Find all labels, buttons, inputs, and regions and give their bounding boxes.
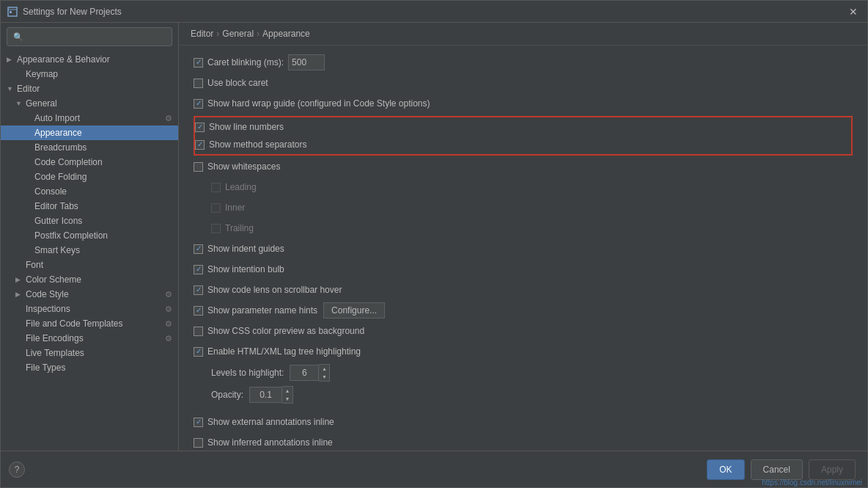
sidebar-item-editor-tabs[interactable]: Editor Tabs xyxy=(1,199,178,214)
sidebar-label: File and Code Templates xyxy=(26,318,123,329)
spinner-down[interactable]: ▼ xyxy=(319,373,329,381)
sidebar-item-color-scheme[interactable]: ▶ Color Scheme xyxy=(1,272,178,287)
spinner-up[interactable]: ▲ xyxy=(282,387,293,395)
sidebar-item-live-templates[interactable]: Live Templates xyxy=(1,346,178,360)
trailing-checkbox[interactable] xyxy=(211,224,221,233)
inner-label[interactable]: Inner xyxy=(211,203,245,213)
help-button[interactable]: ? xyxy=(9,462,25,478)
leading-checkbox[interactable] xyxy=(211,183,221,192)
enable-html-tag-row: Enable HTML/XML tag tree highlighting xyxy=(194,343,853,360)
opacity-label: Opacity: xyxy=(211,390,243,400)
show-css-color-checkbox[interactable] xyxy=(194,327,203,336)
sidebar-label: Breadcrumbs xyxy=(34,142,87,153)
opacity-spinner[interactable]: ▲ ▼ xyxy=(249,386,293,404)
enable-html-tag-text: Enable HTML/XML tag tree highlighting xyxy=(207,346,361,357)
sidebar-item-keymap[interactable]: Keymap xyxy=(1,67,178,81)
inner-text: Inner xyxy=(225,203,245,213)
sidebar-item-postfix-completion[interactable]: Postfix Completion xyxy=(1,228,178,243)
caret-blinking-checkbox-label[interactable]: Caret blinking (ms): xyxy=(194,57,284,68)
sidebar-item-smart-keys[interactable]: Smart Keys xyxy=(1,243,178,258)
trailing-label[interactable]: Trailing xyxy=(211,223,254,233)
cancel-button[interactable]: Cancel xyxy=(751,459,803,480)
show-hard-wrap-checkbox[interactable] xyxy=(194,99,203,109)
gear-icon: ⚙ xyxy=(165,334,172,343)
sidebar-item-appearance-behavior[interactable]: ▶ Appearance & Behavior xyxy=(1,52,178,67)
use-block-caret-text: Use block caret xyxy=(207,78,268,88)
sidebar-item-general[interactable]: ▼ General xyxy=(1,96,178,111)
use-block-caret-label[interactable]: Use block caret xyxy=(194,78,268,88)
show-hard-wrap-label[interactable]: Show hard wrap guide (configured in Code… xyxy=(194,98,430,109)
sidebar-item-code-completion[interactable]: Code Completion xyxy=(1,155,178,170)
show-method-separators-checkbox[interactable] xyxy=(195,140,205,150)
sidebar-item-auto-import[interactable]: Auto Import ⚙ xyxy=(1,111,178,125)
spinner-up[interactable]: ▲ xyxy=(319,365,329,373)
trailing-row: Trailing xyxy=(211,220,853,236)
sidebar-item-inspections[interactable]: Inspections ⚙ xyxy=(1,302,178,316)
configure-button[interactable]: Configure... xyxy=(323,302,385,318)
show-whitespaces-checkbox[interactable] xyxy=(194,162,203,172)
show-parameter-hints-checkbox[interactable] xyxy=(194,306,203,316)
levels-input[interactable] xyxy=(290,365,319,381)
sidebar-item-file-encodings[interactable]: File Encodings ⚙ xyxy=(1,331,178,346)
show-external-annotations-text: Show external annotations inline xyxy=(207,417,334,427)
window-title: Settings for New Projects xyxy=(23,7,845,17)
sidebar-item-gutter-icons[interactable]: Gutter Icons xyxy=(1,214,178,228)
settings-tree: ▶ Appearance & Behavior Keymap ▼ Editor … xyxy=(1,51,178,451)
svg-rect-2 xyxy=(10,11,12,13)
use-block-caret-checkbox[interactable] xyxy=(194,79,203,88)
show-intention-bulb-checkbox[interactable] xyxy=(194,265,203,274)
enable-html-tag-label[interactable]: Enable HTML/XML tag tree highlighting xyxy=(194,346,361,357)
sidebar-item-appearance[interactable]: Appearance xyxy=(1,125,178,140)
caret-blinking-label: Caret blinking (ms): xyxy=(207,57,284,68)
caret-blinking-checkbox[interactable] xyxy=(194,58,203,68)
inner-checkbox[interactable] xyxy=(211,203,221,213)
apply-button[interactable]: Apply xyxy=(809,459,856,480)
show-external-annotations-checkbox[interactable] xyxy=(194,418,203,427)
sidebar-item-file-code-templates[interactable]: File and Code Templates ⚙ xyxy=(1,316,178,331)
show-code-lens-checkbox[interactable] xyxy=(194,285,203,295)
show-whitespaces-label[interactable]: Show whitespaces xyxy=(194,161,280,172)
search-input[interactable] xyxy=(27,32,166,42)
sidebar-item-code-style[interactable]: ▶ Code Style ⚙ xyxy=(1,287,178,302)
show-code-lens-text: Show code lens on scrollbar hover xyxy=(207,285,342,295)
sidebar-label: Gutter Icons xyxy=(34,216,82,226)
show-inferred-annotations-checkbox[interactable] xyxy=(194,438,203,448)
show-external-annotations-label[interactable]: Show external annotations inline xyxy=(194,417,334,427)
breadcrumb-sep: › xyxy=(216,29,219,39)
close-button[interactable]: ✕ xyxy=(845,4,861,20)
show-parameter-hints-label[interactable]: Show parameter name hints xyxy=(194,305,317,316)
sidebar-item-console[interactable]: Console xyxy=(1,184,178,199)
gear-icon: ⚙ xyxy=(165,305,172,314)
sidebar-item-editor[interactable]: ▼ Editor xyxy=(1,81,178,96)
caret-blinking-input[interactable] xyxy=(288,54,325,70)
show-line-numbers-row: Show line numbers xyxy=(195,119,851,135)
footer: OK Cancel Apply xyxy=(1,451,867,487)
gear-icon: ⚙ xyxy=(165,319,172,329)
inner-row: Inner xyxy=(211,200,853,216)
sidebar-item-breadcrumbs[interactable]: Breadcrumbs xyxy=(1,140,178,155)
show-line-numbers-checkbox[interactable] xyxy=(195,123,205,132)
show-inferred-annotations-text: Show inferred annotations inline xyxy=(207,437,333,448)
enable-html-tag-checkbox[interactable] xyxy=(194,347,203,357)
opacity-input[interactable] xyxy=(249,387,282,403)
levels-spinner[interactable]: ▲ ▼ xyxy=(290,364,330,382)
sidebar-label: Appearance xyxy=(34,128,82,138)
show-external-annotations-row: Show external annotations inline xyxy=(194,414,853,430)
show-inferred-annotations-label[interactable]: Show inferred annotations inline xyxy=(194,437,333,448)
leading-label[interactable]: Leading xyxy=(211,182,257,192)
show-intention-bulb-label[interactable]: Show intention bulb xyxy=(194,264,284,274)
ok-button[interactable]: OK xyxy=(707,459,744,480)
sidebar-item-font[interactable]: Font xyxy=(1,258,178,272)
show-indent-guides-checkbox[interactable] xyxy=(194,244,203,254)
spinner-down[interactable]: ▼ xyxy=(282,395,293,403)
settings-content: Caret blinking (ms): Use block caret Sh xyxy=(179,45,867,451)
sidebar-item-code-folding[interactable]: Code Folding xyxy=(1,170,178,184)
sidebar-item-file-types[interactable]: File Types xyxy=(1,360,178,375)
show-method-separators-label[interactable]: Show method separators xyxy=(195,139,306,150)
sidebar-label: Auto Import xyxy=(34,113,80,123)
show-css-color-label[interactable]: Show CSS color preview as background xyxy=(194,326,364,336)
show-line-numbers-label[interactable]: Show line numbers xyxy=(195,122,284,132)
search-box[interactable]: 🔍 xyxy=(7,27,172,46)
show-indent-guides-label[interactable]: Show indent guides xyxy=(194,244,284,254)
show-code-lens-label[interactable]: Show code lens on scrollbar hover xyxy=(194,285,342,295)
